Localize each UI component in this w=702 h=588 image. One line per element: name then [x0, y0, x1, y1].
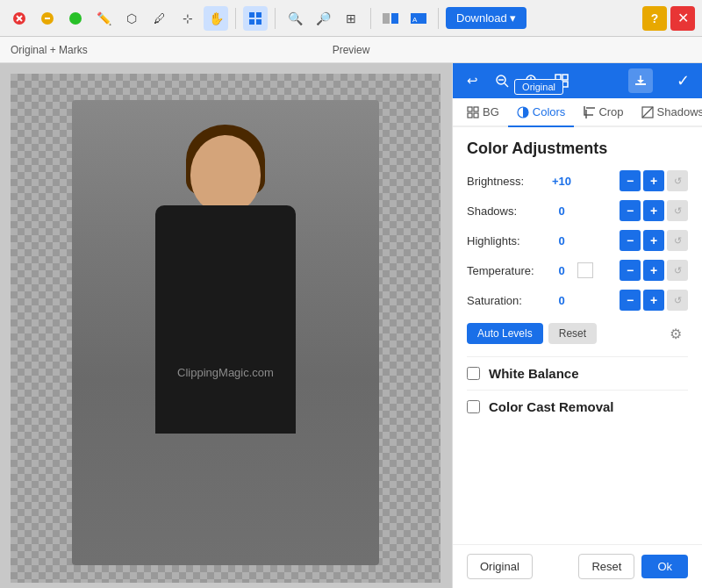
- temperature-reset-btn[interactable]: ↺: [667, 260, 688, 281]
- fit-view-btn[interactable]: ⊞: [339, 6, 363, 31]
- auto-levels-button[interactable]: Auto Levels: [467, 323, 543, 344]
- footer-original-button[interactable]: Original: [467, 554, 533, 579]
- maximize-btn[interactable]: [63, 6, 88, 31]
- brightness-row: Brightness: +10 − + ↺: [467, 170, 688, 191]
- panel-content: Color Adjustments Brightness: +10 − + ↺ …: [453, 127, 702, 544]
- original-badge: Original: [514, 79, 563, 95]
- svg-line-35: [642, 107, 653, 118]
- highlights-reset-btn[interactable]: ↺: [667, 230, 688, 251]
- canvas-area[interactable]: ClippingMagic.com: [0, 63, 452, 588]
- footer-reset-button[interactable]: Reset: [578, 554, 634, 579]
- svg-line-15: [505, 83, 508, 87]
- svg-rect-9: [256, 19, 261, 25]
- svg-rect-25: [635, 83, 646, 85]
- svg-point-5: [69, 12, 82, 25]
- svg-rect-22: [562, 75, 568, 80]
- shadows-controls: − + ↺: [620, 200, 688, 221]
- shadows-row: Shadows: 0 − + ↺: [467, 200, 688, 221]
- temperature-controls: − + ↺: [620, 260, 688, 281]
- highlights-plus-btn[interactable]: +: [643, 230, 664, 251]
- svg-rect-10: [383, 13, 390, 24]
- confirm-panel-btn[interactable]: ✓: [670, 68, 695, 93]
- white-balance-section: White Balance: [467, 356, 688, 390]
- panel-tabs: BG Colors Crop Shadows: [453, 98, 702, 127]
- tab-crop-label: Crop: [598, 105, 623, 118]
- saturation-label: Saturation:: [467, 294, 546, 307]
- temperature-plus-btn[interactable]: +: [643, 260, 664, 281]
- temperature-label: Temperature:: [467, 264, 546, 277]
- panel-actions-bar: ↩ ✓: [453, 63, 702, 98]
- svg-rect-31: [468, 113, 472, 118]
- temperature-minus-btn[interactable]: −: [620, 260, 641, 281]
- tab-shadows-label: Shadows: [657, 105, 702, 118]
- divider-4: [438, 8, 439, 29]
- minimize-btn[interactable]: [35, 6, 60, 31]
- brightness-minus-btn[interactable]: −: [620, 170, 641, 191]
- shadows-plus-btn[interactable]: +: [643, 200, 664, 221]
- white-balance-label[interactable]: White Balance: [489, 366, 579, 381]
- divider-3: [370, 8, 371, 29]
- svg-text:A: A: [412, 16, 418, 24]
- saturation-value: 0: [546, 294, 577, 307]
- brightness-plus-btn[interactable]: +: [643, 170, 664, 191]
- subtoolbar: Original + Marks Preview Original: [0, 37, 702, 63]
- svg-rect-32: [474, 113, 478, 118]
- zoom-in-canvas-btn[interactable]: 🔎: [311, 6, 335, 31]
- zoom-out-canvas-btn[interactable]: 🔍: [283, 6, 307, 31]
- photo-simulation: [72, 100, 379, 565]
- saturation-plus-btn[interactable]: +: [643, 290, 664, 311]
- brightness-value: +10: [546, 175, 577, 188]
- temperature-value: 0: [546, 264, 577, 277]
- person-body: [155, 205, 296, 434]
- divider-2: [275, 8, 276, 29]
- tab-colors-label: Colors: [533, 105, 566, 118]
- color-cast-section: Color Cast Removal: [467, 390, 688, 423]
- main-toolbar: ✏️ ⬡ 🖊 ⊹ ✋ 🔍 🔎 ⊞ A Download ▾ ? ✕: [0, 0, 702, 37]
- window-close-button[interactable]: ✕: [670, 6, 695, 31]
- saturation-reset-btn[interactable]: ↺: [667, 290, 688, 311]
- panel-footer: Original Reset Ok: [453, 544, 702, 588]
- canvas-inner: ClippingMagic.com: [11, 74, 441, 583]
- highlights-label: Highlights:: [467, 234, 546, 247]
- pencil-btn[interactable]: ✏️: [91, 6, 116, 31]
- svg-rect-29: [468, 107, 472, 111]
- undo-button[interactable]: ↩: [460, 68, 484, 93]
- white-balance-checkbox[interactable]: [467, 367, 480, 380]
- help-button[interactable]: ?: [642, 6, 667, 31]
- hand-tool-btn[interactable]: ✋: [204, 6, 228, 31]
- svg-rect-6: [249, 12, 254, 18]
- brightness-label: Brightness:: [467, 175, 546, 188]
- marker-btn[interactable]: 🖊: [147, 6, 172, 31]
- brightness-reset-btn[interactable]: ↺: [667, 170, 688, 191]
- split-view-btn[interactable]: A: [406, 6, 431, 31]
- tab-shadows[interactable]: Shadows: [633, 98, 702, 127]
- brightness-controls: − + ↺: [620, 170, 688, 191]
- svg-rect-30: [474, 107, 478, 111]
- shadows-reset-btn[interactable]: ↺: [667, 200, 688, 221]
- download-label: Download ▾: [456, 11, 516, 25]
- tab-colors[interactable]: Colors: [508, 98, 575, 127]
- select-btn[interactable]: ⊹: [176, 6, 200, 31]
- close-circle-btn[interactable]: [7, 6, 32, 31]
- right-panel: ↩ ✓ BG Colors: [452, 63, 702, 588]
- settings-gear-button[interactable]: ⚙: [663, 321, 688, 346]
- tab-bg[interactable]: BG: [458, 98, 508, 127]
- color-cast-checkbox[interactable]: [467, 400, 480, 413]
- saturation-minus-btn[interactable]: −: [620, 290, 641, 311]
- preview-label: Preview: [333, 44, 370, 56]
- person-head: [190, 135, 261, 214]
- eraser-btn[interactable]: ⬡: [119, 6, 144, 31]
- zoom-out-panel-btn[interactable]: [490, 68, 514, 93]
- highlights-minus-btn[interactable]: −: [620, 230, 641, 251]
- auto-row: Auto Levels Reset ⚙: [467, 321, 688, 346]
- original-view-btn[interactable]: [378, 6, 403, 31]
- download-panel-btn[interactable]: [628, 68, 653, 93]
- reset-adjustments-button[interactable]: Reset: [548, 323, 597, 344]
- color-cast-label[interactable]: Color Cast Removal: [489, 399, 614, 414]
- list-view-btn[interactable]: [243, 6, 268, 31]
- footer-ok-button[interactable]: Ok: [641, 555, 688, 578]
- shadows-minus-btn[interactable]: −: [620, 200, 641, 221]
- download-button[interactable]: Download ▾: [446, 7, 526, 29]
- color-adjustments-title: Color Adjustments: [467, 140, 688, 158]
- tab-crop[interactable]: Crop: [574, 98, 632, 127]
